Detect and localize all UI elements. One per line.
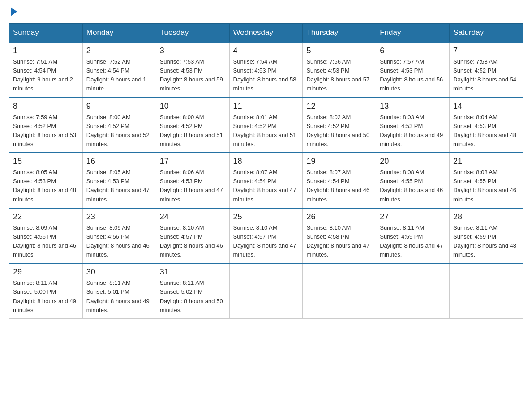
day-number: 6 <box>380 46 446 56</box>
day-cell: 7 Sunrise: 7:58 AM Sunset: 4:52 PM Dayli… <box>450 42 523 98</box>
day-info: Sunrise: 8:09 AM Sunset: 4:56 PM Dayligh… <box>13 223 79 260</box>
day-info: Sunrise: 8:11 AM Sunset: 5:02 PM Dayligh… <box>160 278 226 315</box>
day-cell: 24 Sunrise: 8:10 AM Sunset: 4:57 PM Dayl… <box>156 208 229 264</box>
day-number: 11 <box>233 102 299 111</box>
day-cell: 10 Sunrise: 8:00 AM Sunset: 4:52 PM Dayl… <box>156 98 229 153</box>
day-number: 23 <box>86 212 152 222</box>
day-info: Sunrise: 7:52 AM Sunset: 4:54 PM Dayligh… <box>86 57 152 94</box>
day-info: Sunrise: 7:57 AM Sunset: 4:53 PM Dayligh… <box>380 57 446 94</box>
day-cell: 25 Sunrise: 8:10 AM Sunset: 4:57 PM Dayl… <box>229 208 303 264</box>
day-cell: 5 Sunrise: 7:56 AM Sunset: 4:53 PM Dayli… <box>303 42 376 98</box>
day-cell: 23 Sunrise: 8:09 AM Sunset: 4:56 PM Dayl… <box>82 208 156 264</box>
logo <box>9 9 17 16</box>
day-info: Sunrise: 8:00 AM Sunset: 4:52 PM Dayligh… <box>160 113 226 149</box>
calendar-table: SundayMondayTuesdayWednesdayThursdayFrid… <box>9 23 523 319</box>
day-info: Sunrise: 8:00 AM Sunset: 4:52 PM Dayligh… <box>86 113 152 149</box>
week-row-1: 1 Sunrise: 7:51 AM Sunset: 4:54 PM Dayli… <box>9 42 523 98</box>
day-number: 5 <box>306 46 372 56</box>
day-info: Sunrise: 7:54 AM Sunset: 4:53 PM Dayligh… <box>233 57 299 94</box>
day-cell <box>376 263 450 318</box>
day-cell: 20 Sunrise: 8:08 AM Sunset: 4:55 PM Dayl… <box>376 153 450 208</box>
day-cell: 31 Sunrise: 8:11 AM Sunset: 5:02 PM Dayl… <box>156 263 229 318</box>
day-cell: 6 Sunrise: 7:57 AM Sunset: 4:53 PM Dayli… <box>376 42 450 98</box>
day-info: Sunrise: 7:53 AM Sunset: 4:53 PM Dayligh… <box>160 57 226 94</box>
day-number: 9 <box>86 102 152 111</box>
day-number: 25 <box>233 212 299 222</box>
day-number: 12 <box>306 102 372 111</box>
day-cell <box>450 263 523 318</box>
day-number: 26 <box>306 212 372 222</box>
weekday-header-saturday: Saturday <box>450 24 523 43</box>
day-info: Sunrise: 8:03 AM Sunset: 4:53 PM Dayligh… <box>380 113 446 149</box>
day-number: 19 <box>306 157 372 166</box>
day-number: 14 <box>453 102 519 111</box>
page-header <box>9 9 523 16</box>
day-number: 17 <box>160 157 226 166</box>
day-cell: 12 Sunrise: 8:02 AM Sunset: 4:52 PM Dayl… <box>303 98 376 153</box>
day-info: Sunrise: 8:07 AM Sunset: 4:54 PM Dayligh… <box>233 168 299 204</box>
day-info: Sunrise: 8:01 AM Sunset: 4:52 PM Dayligh… <box>233 113 299 149</box>
day-number: 20 <box>380 157 446 166</box>
day-number: 15 <box>13 157 79 166</box>
day-cell: 9 Sunrise: 8:00 AM Sunset: 4:52 PM Dayli… <box>82 98 156 153</box>
day-cell: 13 Sunrise: 8:03 AM Sunset: 4:53 PM Dayl… <box>376 98 450 153</box>
day-cell: 16 Sunrise: 8:05 AM Sunset: 4:53 PM Dayl… <box>82 153 156 208</box>
day-number: 27 <box>380 212 446 222</box>
day-number: 2 <box>86 46 152 56</box>
day-cell <box>303 263 376 318</box>
day-cell: 29 Sunrise: 8:11 AM Sunset: 5:00 PM Dayl… <box>9 263 83 318</box>
weekday-header-thursday: Thursday <box>303 24 376 43</box>
day-info: Sunrise: 7:56 AM Sunset: 4:53 PM Dayligh… <box>306 57 372 94</box>
day-cell: 15 Sunrise: 8:05 AM Sunset: 4:53 PM Dayl… <box>9 153 83 208</box>
day-cell: 2 Sunrise: 7:52 AM Sunset: 4:54 PM Dayli… <box>82 42 156 98</box>
logo-triangle-icon <box>11 7 17 16</box>
day-number: 7 <box>453 46 519 56</box>
day-info: Sunrise: 8:09 AM Sunset: 4:56 PM Dayligh… <box>86 223 152 260</box>
day-info: Sunrise: 8:05 AM Sunset: 4:53 PM Dayligh… <box>86 168 152 204</box>
day-cell: 8 Sunrise: 7:59 AM Sunset: 4:52 PM Dayli… <box>9 98 83 153</box>
day-number: 3 <box>160 46 226 56</box>
day-cell: 11 Sunrise: 8:01 AM Sunset: 4:52 PM Dayl… <box>229 98 303 153</box>
week-row-4: 22 Sunrise: 8:09 AM Sunset: 4:56 PM Dayl… <box>9 208 523 264</box>
day-cell: 26 Sunrise: 8:10 AM Sunset: 4:58 PM Dayl… <box>303 208 376 264</box>
day-info: Sunrise: 7:59 AM Sunset: 4:52 PM Dayligh… <box>13 113 79 149</box>
day-info: Sunrise: 8:10 AM Sunset: 4:57 PM Dayligh… <box>160 223 226 260</box>
day-number: 28 <box>453 212 519 222</box>
day-number: 22 <box>13 212 79 222</box>
day-cell: 19 Sunrise: 8:07 AM Sunset: 4:54 PM Dayl… <box>303 153 376 208</box>
weekday-header-wednesday: Wednesday <box>229 24 303 43</box>
day-info: Sunrise: 8:02 AM Sunset: 4:52 PM Dayligh… <box>306 113 372 149</box>
day-number: 18 <box>233 157 299 166</box>
day-info: Sunrise: 8:04 AM Sunset: 4:53 PM Dayligh… <box>453 113 519 149</box>
day-info: Sunrise: 8:08 AM Sunset: 4:55 PM Dayligh… <box>453 168 519 204</box>
day-info: Sunrise: 8:06 AM Sunset: 4:53 PM Dayligh… <box>160 168 226 204</box>
day-info: Sunrise: 7:58 AM Sunset: 4:52 PM Dayligh… <box>453 57 519 94</box>
day-number: 31 <box>160 267 226 277</box>
weekday-header-tuesday: Tuesday <box>156 24 229 43</box>
day-number: 24 <box>160 212 226 222</box>
day-info: Sunrise: 8:05 AM Sunset: 4:53 PM Dayligh… <box>13 168 79 204</box>
day-number: 16 <box>86 157 152 166</box>
day-cell: 30 Sunrise: 8:11 AM Sunset: 5:01 PM Dayl… <box>82 263 156 318</box>
day-info: Sunrise: 8:11 AM Sunset: 5:00 PM Dayligh… <box>13 278 79 315</box>
day-number: 1 <box>13 46 79 56</box>
weekday-header-row: SundayMondayTuesdayWednesdayThursdayFrid… <box>9 24 523 43</box>
day-cell: 28 Sunrise: 8:11 AM Sunset: 4:59 PM Dayl… <box>450 208 523 264</box>
day-cell: 22 Sunrise: 8:09 AM Sunset: 4:56 PM Dayl… <box>9 208 83 264</box>
day-cell: 21 Sunrise: 8:08 AM Sunset: 4:55 PM Dayl… <box>450 153 523 208</box>
week-row-3: 15 Sunrise: 8:05 AM Sunset: 4:53 PM Dayl… <box>9 153 523 208</box>
day-info: Sunrise: 8:07 AM Sunset: 4:54 PM Dayligh… <box>306 168 372 204</box>
weekday-header-sunday: Sunday <box>9 24 83 43</box>
weekday-header-friday: Friday <box>376 24 450 43</box>
day-number: 29 <box>13 267 79 277</box>
day-number: 4 <box>233 46 299 56</box>
day-cell: 3 Sunrise: 7:53 AM Sunset: 4:53 PM Dayli… <box>156 42 229 98</box>
day-info: Sunrise: 8:10 AM Sunset: 4:58 PM Dayligh… <box>306 223 372 260</box>
day-info: Sunrise: 8:11 AM Sunset: 4:59 PM Dayligh… <box>453 223 519 260</box>
week-row-5: 29 Sunrise: 8:11 AM Sunset: 5:00 PM Dayl… <box>9 263 523 318</box>
day-cell: 27 Sunrise: 8:11 AM Sunset: 4:59 PM Dayl… <box>376 208 450 264</box>
day-cell: 18 Sunrise: 8:07 AM Sunset: 4:54 PM Dayl… <box>229 153 303 208</box>
day-cell: 17 Sunrise: 8:06 AM Sunset: 4:53 PM Dayl… <box>156 153 229 208</box>
weekday-header-monday: Monday <box>82 24 156 43</box>
day-info: Sunrise: 8:11 AM Sunset: 4:59 PM Dayligh… <box>380 223 446 260</box>
